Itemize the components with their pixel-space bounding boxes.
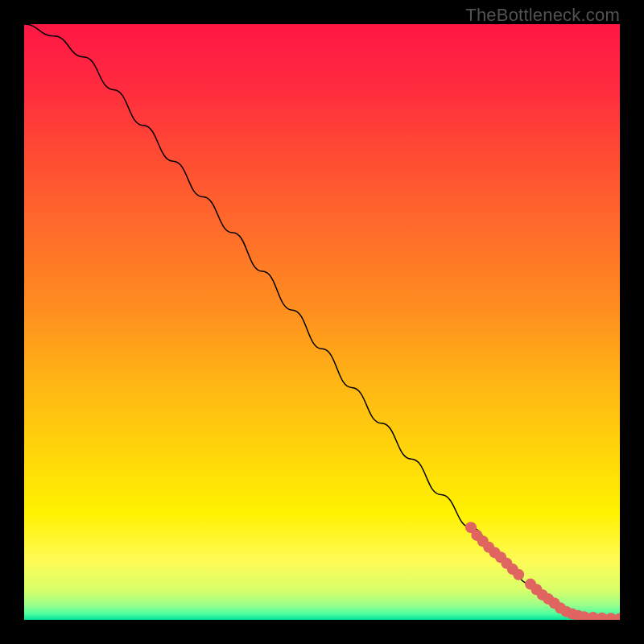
gradient-background [24, 24, 620, 620]
data-marker [513, 569, 524, 580]
watermark-text: TheBottleneck.com [465, 5, 620, 26]
chart-svg [24, 24, 620, 620]
chart-stage: TheBottleneck.com [0, 0, 644, 644]
plot-area [24, 24, 620, 620]
